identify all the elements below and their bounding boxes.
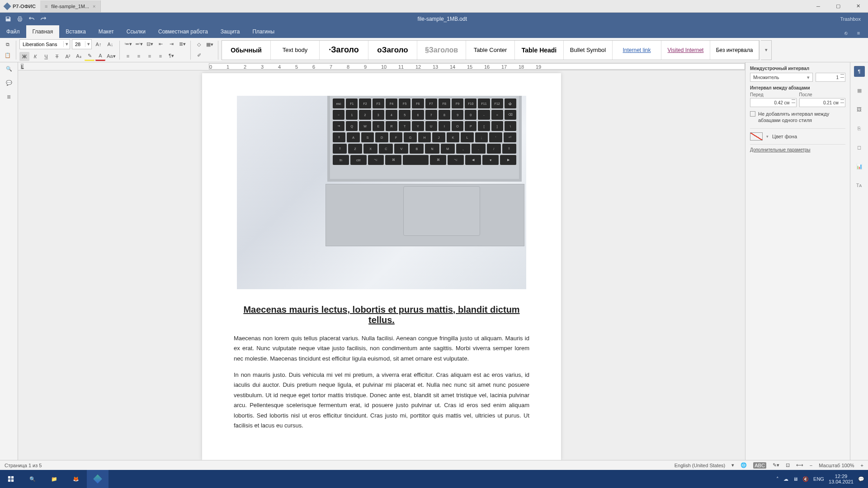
align-left-button[interactable]: ≡ (123, 52, 133, 61)
style-option[interactable]: Bullet Symbol (564, 41, 613, 60)
tray-monitor-icon[interactable]: 🖥 (793, 476, 798, 482)
style-option[interactable]: Без интервала (710, 41, 759, 60)
line-spacing-button[interactable]: ≣▾ (177, 40, 187, 49)
bullet-list-button[interactable]: ≔▾ (123, 40, 133, 49)
image-tab-icon[interactable]: 🖼 (854, 104, 865, 115)
undo-icon[interactable] (26, 14, 37, 24)
close-button[interactable]: ✕ (848, 0, 868, 13)
align-right-button[interactable]: ≡ (145, 52, 155, 61)
start-button[interactable] (0, 470, 22, 488)
multilevel-list-button[interactable]: ⊟▾ (145, 40, 155, 49)
track-changes-icon[interactable]: ✎▾ (773, 462, 779, 468)
chart-tab-icon[interactable]: 📊 (854, 161, 865, 172)
style-option[interactable]: §Заголов (417, 41, 466, 60)
document-tab[interactable]: ≡file-sample_1M... × (40, 0, 101, 12)
tray-volume-icon[interactable]: 🔇 (802, 476, 809, 482)
copy-icon[interactable]: ⧉ (3, 40, 13, 49)
style-option[interactable]: Table Headi (515, 41, 564, 60)
menu-макет[interactable]: Макет (92, 25, 120, 38)
increase-size-icon[interactable]: A↑ (94, 40, 104, 49)
shape-tab-icon[interactable]: ◻ (854, 142, 865, 153)
print-icon[interactable] (14, 14, 25, 24)
change-case-button[interactable]: Aa▾ (106, 52, 116, 61)
advanced-link[interactable]: Дополнительные параметры (750, 147, 845, 152)
style-option[interactable]: оЗаголо (368, 41, 417, 60)
header-tab-icon[interactable]: ⎘ (854, 123, 865, 134)
headings-icon[interactable]: ≣ (7, 94, 11, 100)
taskbar-r7-icon[interactable] (87, 470, 108, 488)
menu-главная[interactable]: Главная (26, 25, 60, 38)
style-option[interactable]: Обычный (222, 41, 271, 60)
taskbar-search-icon[interactable]: 🔍 (22, 470, 43, 488)
fit-width-icon[interactable]: ⟷ (796, 462, 803, 468)
line-height-value[interactable]: 1 (816, 73, 845, 82)
spellcheck-icon[interactable]: 🌐 (741, 462, 747, 468)
spacing-before[interactable]: 0.42 см (750, 98, 797, 107)
tab-stop-button[interactable]: L (21, 64, 24, 69)
maximize-button[interactable]: ▢ (828, 0, 848, 13)
align-center-button[interactable]: ≡ (134, 52, 144, 61)
line-height-mode[interactable]: Множитель▾ (750, 73, 813, 82)
strike-button[interactable]: Т (52, 52, 62, 61)
open-location-icon[interactable]: ⎋ (841, 28, 851, 38)
tray-notifications-icon[interactable]: 💬 (858, 476, 864, 482)
menu-ссылки[interactable]: Ссылки (120, 25, 152, 38)
increase-indent-button[interactable]: ⇥ (166, 40, 176, 49)
number-list-button[interactable]: ≕▾ (134, 40, 144, 49)
nonprinting-button[interactable]: ¶▾ (166, 52, 176, 61)
tray-lang[interactable]: ENG (813, 476, 824, 482)
search-icon[interactable]: 🔍 (6, 66, 12, 72)
decrease-indent-button[interactable]: ⇤ (156, 40, 165, 49)
font-color-button[interactable]: A (95, 52, 105, 61)
style-option[interactable]: Visited Internet (661, 41, 710, 60)
menu-вставка[interactable]: Вставка (59, 25, 92, 38)
font-family-select[interactable]: ▾ (19, 39, 70, 49)
style-option[interactable]: ·Заголо (320, 41, 368, 60)
taskbar-explorer-icon[interactable]: 📁 (43, 470, 65, 488)
underline-button[interactable]: Ч (41, 52, 51, 61)
save-icon[interactable] (3, 14, 14, 24)
style-option[interactable]: Text body (271, 41, 320, 60)
tray-up-icon[interactable]: ˄ (776, 476, 779, 482)
bold-button[interactable]: Ж (19, 52, 29, 61)
textart-tab-icon[interactable]: Tᴀ (854, 180, 865, 191)
redo-icon[interactable] (38, 14, 49, 24)
horizontal-ruler[interactable]: 012345678910111213141516171819 (209, 63, 745, 70)
style-gallery[interactable]: ОбычныйText body·ЗаголооЗаголо§ЗаголовTa… (222, 40, 760, 60)
zoom-label[interactable]: Масштаб 100% (819, 463, 854, 468)
zoom-in-button[interactable]: + (861, 463, 863, 468)
highlight-color-button[interactable]: ✎ (85, 52, 94, 61)
background-color-button[interactable] (750, 132, 763, 141)
fit-page-icon[interactable]: ⊡ (786, 462, 790, 468)
tray-cloud-icon[interactable]: ☁ (783, 476, 788, 482)
subscript-button[interactable]: A₂ (74, 52, 84, 61)
menu-совместная работа[interactable]: Совместная работа (152, 25, 214, 38)
style-option[interactable]: Internet link (613, 41, 661, 60)
menu-файл[interactable]: Файл (0, 25, 26, 38)
tray-clock[interactable]: 12:2913.04.2021 (829, 474, 854, 484)
decrease-size-icon[interactable]: A↓ (105, 40, 115, 49)
paragraph-tab-icon[interactable]: ¶ (854, 66, 865, 77)
tracking-icon[interactable]: ABC (753, 462, 766, 469)
no-spacing-checkbox[interactable]: Не добавлять интервал между абзацами одн… (750, 111, 845, 124)
comments-icon[interactable]: 💬 (6, 80, 12, 86)
font-size-select[interactable]: ▾ (72, 39, 92, 49)
shading-button[interactable]: ▦▾ (205, 40, 215, 49)
taskbar-firefox-icon[interactable]: 🦊 (65, 470, 87, 488)
style-option[interactable]: Table Conter (466, 41, 515, 60)
clear-style-button[interactable]: ◇ (194, 40, 204, 49)
align-justify-button[interactable]: ≡ (156, 52, 165, 61)
minimize-button[interactable]: ─ (808, 0, 828, 13)
paste-icon[interactable]: 📋 (3, 51, 13, 60)
italic-button[interactable]: К (30, 52, 40, 61)
superscript-button[interactable]: A² (63, 52, 73, 61)
close-tab-icon[interactable]: × (93, 4, 95, 9)
table-tab-icon[interactable]: ▦ (854, 85, 865, 96)
zoom-out-button[interactable]: − (810, 463, 812, 468)
menu-защита[interactable]: Защита (214, 25, 246, 38)
menu-options-icon[interactable]: ≡ (854, 28, 863, 38)
menu-плагины[interactable]: Плагины (246, 25, 281, 38)
doc-language[interactable]: English (United States) (675, 463, 726, 468)
style-gallery-more[interactable]: ▾ (761, 40, 772, 60)
copy-style-button[interactable]: ✐ (194, 51, 204, 60)
